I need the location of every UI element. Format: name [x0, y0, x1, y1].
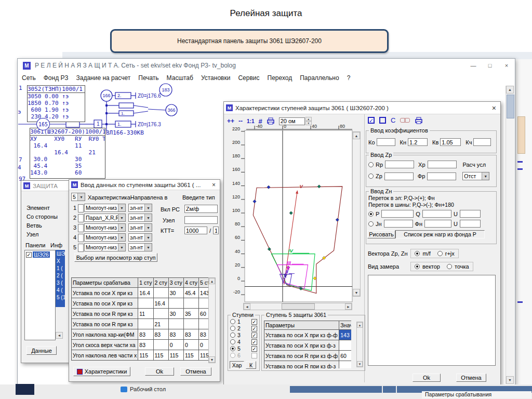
param-value-cell[interactable]	[168, 319, 183, 329]
char-cancel-button[interactable]: Отмена	[456, 374, 486, 382]
param-value-cell[interactable]: 83	[138, 340, 153, 350]
kch-input[interactable]	[473, 138, 491, 146]
param-value-cell[interactable]: 115	[138, 350, 153, 361]
jn-input[interactable]	[384, 220, 413, 228]
kv-input[interactable]	[440, 138, 461, 146]
char-type-combo[interactable]: Парал_X,R,R▼	[84, 214, 126, 222]
otst-dropdown-icon[interactable]: ▼	[482, 172, 489, 180]
menu-item-Фонд РЗ[interactable]: Фонд РЗ	[44, 74, 69, 82]
chart-scroll-down-icon[interactable]: ▼	[353, 289, 360, 296]
params-scroll-up-icon[interactable]: ▲	[209, 278, 215, 284]
param-value-cell[interactable]: 143	[199, 288, 208, 298]
zp-input[interactable]	[384, 172, 414, 180]
stage5-scrollbar[interactable]: ▲ ▼	[356, 322, 363, 367]
mf-radio[interactable]	[415, 251, 420, 256]
main-vertical-scrollbar[interactable]: ▲ ▼	[506, 86, 514, 384]
param-value-cell[interactable]: 45.4	[183, 288, 198, 298]
minimize-button[interactable]: —	[465, 59, 482, 72]
stage5-value-cell[interactable]	[339, 361, 351, 369]
stage5-scroll-up-icon[interactable]: ▲	[357, 322, 363, 328]
scroll-down-icon[interactable]: ▼	[506, 376, 514, 384]
param-value-cell[interactable]: 16.4	[138, 288, 153, 298]
ktt-input-2[interactable]	[213, 227, 219, 234]
har-button[interactable]: Хар	[230, 361, 244, 369]
rp-radio[interactable]	[368, 162, 374, 167]
char-ok-button[interactable]: Ok	[413, 374, 441, 382]
char-type-dropdown-icon[interactable]: ▼	[118, 204, 125, 211]
param-value-cell[interactable]	[199, 298, 208, 309]
param-value-cell[interactable]: 115	[199, 350, 208, 361]
info-list-item[interactable]: 5 (1	[57, 295, 65, 300]
param-value-cell[interactable]	[153, 340, 168, 350]
load-list-button[interactable]: Список реж нагр из фонда Р	[395, 230, 485, 238]
p-input[interactable]	[381, 210, 414, 218]
char-close-icon[interactable]: ×	[490, 104, 498, 112]
info-scroll-left-icon[interactable]: ◄	[56, 332, 63, 339]
stage-checkbox-2[interactable]: ✓	[251, 326, 257, 331]
scroll-up-icon[interactable]: ▲	[506, 86, 514, 94]
q-input[interactable]	[422, 210, 451, 218]
taskbar-corner-block[interactable]	[16, 384, 34, 395]
char-type-dropdown-icon[interactable]: ▼	[118, 234, 125, 241]
param-value-cell[interactable]	[138, 319, 153, 329]
param-value-cell[interactable]: 83	[138, 329, 153, 340]
param-value-cell[interactable]: 11	[138, 309, 153, 319]
menu-item-Сеть[interactable]: Сеть	[22, 74, 36, 82]
spin-up-icon[interactable]: ▲	[305, 117, 312, 121]
link-icon[interactable]	[400, 118, 410, 123]
vector-radio[interactable]	[415, 264, 420, 269]
panel-checkbox[interactable]: ✓	[26, 252, 32, 258]
stage-row-mini-input[interactable]	[78, 244, 84, 252]
menu-item-Параллельно[interactable]: Параллельно	[300, 74, 339, 82]
info-list-item[interactable]: 1 (	[57, 265, 63, 271]
info-list-item[interactable]: ШЭ2	[57, 251, 65, 257]
info-list-item[interactable]: 3 (	[57, 280, 63, 286]
char-type-combo[interactable]: Многоут-низ▼	[84, 233, 126, 242]
kn-input[interactable]	[408, 138, 428, 146]
direction-dropdown-icon[interactable]: ▼	[144, 204, 152, 211]
stage-checkbox-5[interactable]: ✓	[251, 346, 257, 352]
param-value-cell[interactable]: 30	[168, 309, 183, 319]
checked-box-icon[interactable]: ✓	[368, 117, 375, 124]
direction-combo[interactable]: эл-нт▼	[128, 243, 152, 251]
stage-checkbox-1[interactable]: ✓	[251, 319, 257, 325]
stage-row-mini-input[interactable]	[78, 214, 84, 222]
stage5-value-cell[interactable]: 60	[339, 351, 351, 361]
fn-input[interactable]	[424, 220, 451, 228]
param-value-cell[interactable]: 0	[168, 340, 183, 350]
direction-dropdown-icon[interactable]: ▼	[144, 214, 152, 221]
stage-radio-1[interactable]	[230, 319, 235, 324]
characteristics-button[interactable]: Характеристики	[73, 367, 130, 376]
xp-input[interactable]	[428, 161, 457, 168]
param-value-cell[interactable]: 0	[199, 340, 208, 350]
param-value-cell[interactable]	[153, 309, 168, 319]
menu-item-Сервис[interactable]: Сервис	[238, 74, 259, 82]
direction-combo[interactable]: эл-нт▼	[128, 214, 152, 222]
direction-combo[interactable]: эл-нт▼	[128, 223, 152, 232]
stage-row-mini-input[interactable]	[78, 224, 84, 232]
info-list[interactable]: ШЭ2Х1 (2 (3 (4 (5 (1	[56, 250, 65, 307]
data-button[interactable]: Данные	[26, 346, 57, 355]
point-radio[interactable]	[447, 264, 452, 269]
param-value-cell[interactable]: 83	[199, 329, 208, 340]
vvod-cancel-button[interactable]: Отмена	[180, 367, 211, 376]
char-type-combo[interactable]: Многоут-низ▼	[84, 223, 126, 232]
ktt-input[interactable]	[184, 227, 207, 234]
direction-dropdown-icon[interactable]: ▼	[144, 244, 152, 251]
char-titlebar[interactable]: М Характеристики ступеней защиты 3061 ( …	[224, 102, 500, 114]
param-value-cell[interactable]: 16.4	[153, 298, 168, 309]
menu-item-Установки[interactable]: Установки	[201, 74, 230, 82]
view-char-button[interactable]: Выбор или просмотр хар ступ	[74, 253, 157, 262]
ko-input[interactable]	[377, 138, 395, 146]
info-list-item[interactable]: 2 (	[57, 273, 63, 278]
k-button[interactable]: К	[246, 361, 256, 369]
panel-item[interactable]: ШЭ26	[33, 251, 50, 258]
chart-hscroll-thumb[interactable]	[282, 303, 315, 310]
panels-listbox[interactable]: ✓ ШЭ26	[24, 250, 56, 340]
p-radio[interactable]	[368, 211, 374, 217]
stage-radio-2[interactable]	[230, 326, 235, 331]
param-value-cell[interactable]: 115	[168, 350, 183, 361]
char-type-combo[interactable]: Многоут-низ▼	[84, 204, 126, 212]
chart-scroll-right-icon[interactable]: ►	[345, 303, 352, 310]
rp-input[interactable]	[385, 161, 414, 168]
